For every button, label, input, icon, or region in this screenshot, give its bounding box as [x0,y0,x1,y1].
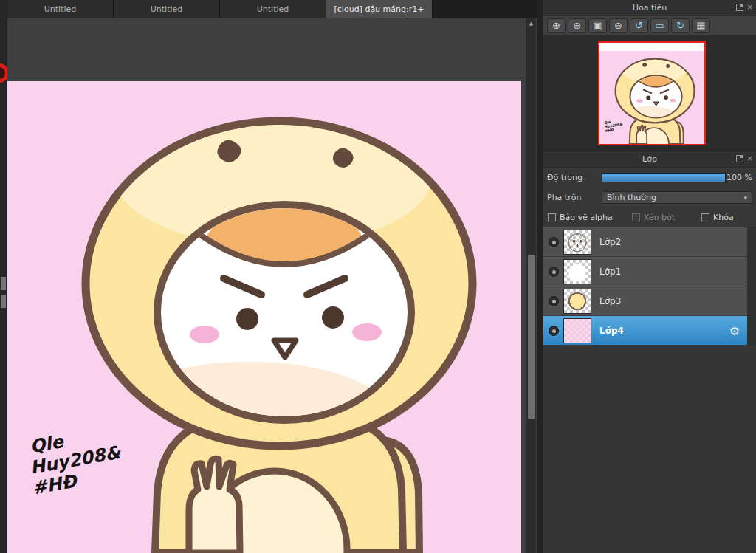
layer-row-lop4-selected[interactable]: Lớp4 ⚙ [543,316,747,346]
checkbox-icon[interactable] [632,213,640,221]
tab-label: Untitled [44,4,77,14]
panel-divider[interactable] [537,0,543,553]
popout-panel-icon[interactable] [736,4,743,11]
color-indicator-icon[interactable] [0,63,7,83]
zoom-tool-icon[interactable]: ⊕ [547,18,566,33]
layer-visibility-icon[interactable] [549,267,559,277]
opacity-value: 100 % [726,173,752,182]
canvas-artboard[interactable] [7,81,521,553]
popout-panel-icon[interactable] [736,155,743,162]
canvas-vertical-scrollbar[interactable]: ▲ [526,18,536,553]
layer-thumbnail[interactable] [563,259,591,284]
tab-label: [cloud] đậu mầng:r1+ [334,4,425,14]
layers-header: Lớp × [543,151,756,168]
navigator-toolbar: ⊕ ⊕ ▣ ⊖ ↺ ▭ ↻ ▦ [543,16,756,35]
select-area-icon[interactable]: ▭ [650,18,669,33]
right-panel: Hoa tiêu × ⊕ ⊕ ▣ ⊖ ↺ ▭ ↻ ▦ [543,0,756,553]
layer-row-lop1[interactable]: Lớp1 [543,257,747,286]
tab-cloud-document[interactable]: [cloud] đậu mầng:r1+ [326,0,433,18]
navigator-title: Hoa tiêu [633,3,667,13]
zoom-in-icon[interactable]: ⊕ [568,18,586,33]
left-toolbar-strip [0,0,7,553]
layers-panel: Lớp × Độ trong 100 % Pha trộn Bình thườn… [543,151,756,553]
navigator-thumbnail[interactable] [598,41,706,145]
opacity-label: Độ trong [547,173,602,182]
tab-label: Untitled [257,4,289,14]
tool-swatch-1[interactable] [0,276,7,291]
document-tabbar: Untitled Untitled Untitled [cloud] đậu m… [7,0,537,18]
layer-name: Lớp4 [599,326,624,336]
chevron-down-icon: ▾ [743,194,747,202]
layer-name: Lớp2 [599,237,621,247]
layer-name: Lớp3 [599,296,621,306]
protect-alpha-checkbox[interactable]: Bảo vệ alpha [548,213,613,222]
layer-name: Lớp1 [599,267,621,277]
tool-swatch-2[interactable] [0,294,7,309]
tab-untitled-3[interactable]: Untitled [220,0,326,18]
blend-mode-select[interactable]: Bình thường ▾ [602,191,752,204]
tab-untitled-1[interactable]: Untitled [7,0,114,18]
navigator-panel: Hoa tiêu × ⊕ ⊕ ▣ ⊖ ↺ ▭ ↻ ▦ [543,0,756,151]
close-panel-icon[interactable]: × [747,155,753,162]
layer-options-row: Bảo vệ alpha Xén bớt Khóa [543,207,756,227]
rotate-ccw-icon[interactable]: ↺ [630,18,648,33]
close-panel-icon[interactable]: × [747,4,753,11]
layer-visibility-icon[interactable] [549,296,559,306]
lock-label: Khóa [713,213,734,222]
scrollbar-thumb[interactable] [528,255,535,419]
artwork-canvas[interactable] [7,81,521,553]
blend-row: Pha trộn Bình thường ▾ [543,188,756,207]
checkbox-icon[interactable] [701,213,709,221]
layer-thumbnail[interactable] [563,318,591,343]
protect-alpha-label: Bảo vệ alpha [560,213,613,222]
blend-mode-value: Bình thường [607,193,656,202]
checkbox-icon[interactable] [548,213,556,221]
document-area: Untitled Untitled Untitled [cloud] đậu m… [7,0,537,553]
navigator-thumbnail-image [599,51,704,144]
zoom-out-icon[interactable]: ⊖ [609,18,628,33]
navigator-preview-area [543,35,756,151]
scroll-up-arrow-icon[interactable]: ▲ [526,18,536,29]
opacity-slider[interactable] [602,173,726,182]
lock-checkbox[interactable]: Khóa [701,213,734,222]
opacity-slider-fill [602,174,725,182]
layer-thumbnail[interactable] [563,289,591,314]
layer-row-lop3[interactable]: Lớp3 [543,286,747,316]
tab-untitled-2[interactable]: Untitled [114,0,220,18]
layer-row-lop2[interactable]: Lớp2 [543,227,747,257]
tab-label: Untitled [151,4,183,14]
rotate-cw-icon[interactable]: ↻ [671,18,690,33]
layer-visibility-icon[interactable] [549,326,559,336]
canvas-workspace[interactable]: ▲ [7,18,537,553]
layer-list: Lớp2 Lớp1 Lớp3 Lớp4 ⚙ [543,227,756,346]
layer-list-empty-area [543,346,756,553]
navigator-header: Hoa tiêu × [543,0,756,16]
layer-list-scrollbar[interactable] [747,227,756,346]
clipping-label: Xén bớt [644,213,675,222]
reset-view-icon[interactable]: ▦ [692,18,710,33]
layer-visibility-icon[interactable] [549,237,559,247]
layer-thumbnail[interactable] [563,230,591,255]
layer-settings-gear-icon[interactable]: ⚙ [729,323,740,337]
clipping-checkbox[interactable]: Xén bớt [632,213,675,222]
blend-label: Pha trộn [547,193,602,202]
opacity-row: Độ trong 100 % [543,168,756,188]
layers-title: Lớp [642,154,657,164]
fit-window-icon[interactable]: ▣ [588,18,607,33]
